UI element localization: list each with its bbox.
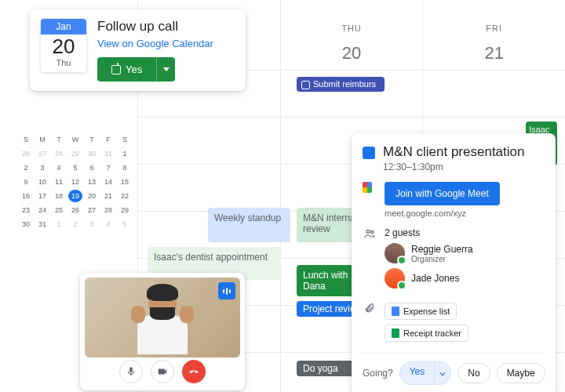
guest-count: 2 guests — [385, 227, 473, 238]
rsvp-dropdown-button[interactable] — [156, 57, 175, 82]
end-call-button[interactable] — [182, 360, 206, 383]
mini-day[interactable]: 5 — [68, 162, 82, 174]
mini-day[interactable]: 31 — [35, 218, 49, 230]
chevron-down-icon — [439, 371, 446, 377]
mini-day[interactable]: 31 — [101, 147, 115, 160]
mini-month-calendar: SMTWTFS262728293031123456789101112131415… — [19, 133, 132, 230]
mini-day[interactable]: 17 — [35, 190, 49, 202]
mini-day[interactable]: 2 — [19, 162, 33, 174]
day-col-fri[interactable]: FRI 21 — [422, 0, 565, 70]
going-yes-dropdown[interactable] — [435, 361, 451, 385]
date-badge: Jan 20 Thu — [41, 19, 86, 72]
mini-day[interactable]: 27 — [35, 147, 49, 160]
mini-dow-label: M — [35, 133, 49, 146]
attachment-icon — [363, 303, 377, 314]
mini-day[interactable]: 8 — [118, 162, 132, 174]
going-no-button[interactable]: No — [457, 363, 490, 383]
mute-button[interactable] — [119, 360, 143, 383]
guest-item[interactable]: Reggie GuerraOrganizer — [385, 243, 473, 263]
mini-day[interactable]: 14 — [101, 176, 115, 188]
video-call-card — [80, 273, 245, 390]
mini-day[interactable]: 13 — [85, 176, 99, 188]
mini-dow-label: S — [118, 133, 132, 146]
mini-day[interactable]: 15 — [118, 176, 132, 188]
join-meet-button[interactable]: Join with Google Meet — [385, 182, 500, 205]
mini-day[interactable]: 6 — [85, 162, 99, 174]
guest-item[interactable]: Jade Jones — [385, 268, 473, 289]
mini-day[interactable]: 28 — [101, 204, 115, 216]
dow-label: THU — [281, 24, 423, 33]
going-maybe-button[interactable]: Maybe — [497, 363, 545, 383]
dow-label: FRI — [423, 24, 565, 33]
microphone-icon — [126, 366, 137, 377]
mini-day[interactable]: 30 — [85, 147, 99, 160]
event-color-icon — [363, 147, 375, 159]
svg-point-0 — [366, 230, 370, 233]
mini-day[interactable]: 25 — [52, 204, 66, 216]
mini-dow-label: T — [85, 133, 99, 146]
mini-day[interactable]: 1 — [118, 147, 132, 160]
rsvp-yes-button[interactable]: Yes — [97, 57, 156, 82]
date-day: 20 — [41, 34, 86, 58]
video-feed[interactable] — [85, 278, 240, 358]
invite-title: Follow up call — [97, 19, 235, 34]
event-time: 12:30–1:30pm — [383, 162, 524, 172]
camera-button[interactable] — [151, 360, 174, 383]
mini-day[interactable]: 24 — [35, 204, 49, 216]
view-on-calendar-link[interactable]: View on Google Calendar — [97, 38, 235, 49]
attachment-chip-sheet[interactable]: Receipt tracker — [385, 325, 468, 342]
guest-role: Organizer — [411, 255, 473, 263]
mini-day[interactable]: 3 — [35, 162, 49, 174]
mini-day[interactable]: 26 — [19, 147, 33, 160]
mini-day[interactable]: 21 — [101, 190, 115, 202]
event-weekly-standup[interactable]: Weekly standup — [208, 208, 290, 242]
mini-day[interactable]: 30 — [19, 218, 33, 230]
accepted-badge-icon — [397, 256, 406, 265]
event-submit-reimbursement[interactable]: Submit reimburs — [297, 77, 385, 92]
mini-day[interactable]: 2 — [68, 218, 82, 230]
mini-day[interactable]: 4 — [52, 162, 66, 174]
event-title: M&N client presentation — [383, 144, 524, 160]
mini-day[interactable]: 26 — [68, 204, 82, 216]
mini-day[interactable]: 9 — [19, 176, 33, 188]
meet-url[interactable]: meet.google.com/xyz — [385, 209, 500, 218]
mini-day[interactable]: 22 — [118, 190, 132, 202]
accepted-badge-icon — [397, 281, 406, 290]
mini-dow-label: F — [101, 133, 115, 146]
checkbox-icon — [301, 81, 310, 89]
mini-day[interactable]: 28 — [52, 147, 66, 160]
day-col-thu[interactable]: THU 20 — [280, 0, 423, 70]
mini-day[interactable]: 16 — [19, 190, 33, 202]
event-detail-card: M&N client presentation 12:30–1:30pm Joi… — [352, 133, 556, 392]
avatar — [385, 268, 405, 289]
mini-day[interactable]: 19 — [68, 190, 82, 202]
mini-day[interactable]: 11 — [52, 176, 66, 188]
video-controls — [85, 358, 240, 386]
phone-hangup-icon — [188, 366, 199, 377]
mini-day[interactable]: 12 — [68, 176, 82, 188]
mini-day[interactable]: 27 — [85, 204, 99, 216]
google-meet-icon — [363, 182, 377, 196]
mini-day[interactable]: 4 — [101, 218, 115, 230]
mini-day[interactable]: 18 — [52, 190, 66, 202]
mini-day[interactable]: 29 — [68, 147, 82, 160]
mini-day[interactable]: 3 — [85, 218, 99, 230]
attachment-chip-doc[interactable]: Expense list — [385, 303, 457, 320]
mini-day[interactable]: 20 — [85, 190, 99, 202]
mini-day[interactable]: 5 — [118, 218, 132, 230]
mini-day[interactable]: 7 — [101, 162, 115, 174]
mini-day[interactable]: 1 — [52, 218, 66, 230]
sheets-icon — [392, 328, 399, 338]
people-icon — [363, 227, 377, 240]
svg-point-1 — [371, 230, 374, 233]
day-number: 20 — [336, 38, 367, 69]
going-yes-button[interactable]: Yes — [399, 361, 436, 385]
avatar — [385, 243, 405, 263]
mini-day[interactable]: 29 — [118, 204, 132, 216]
mini-day[interactable]: 23 — [19, 204, 33, 216]
mini-dow-label: T — [52, 133, 66, 146]
day-number: 21 — [479, 38, 510, 69]
sound-active-icon — [218, 282, 235, 299]
mini-dow-label: W — [68, 133, 82, 146]
mini-day[interactable]: 10 — [35, 176, 49, 188]
